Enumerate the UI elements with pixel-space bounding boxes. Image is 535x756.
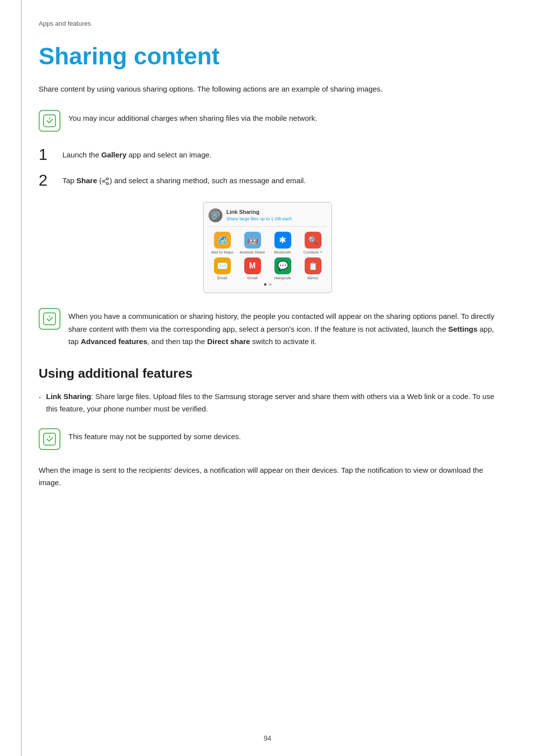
share-item-hangouts: 💬 Hangouts [269,257,296,280]
note-box-1: You may incur additional charges when sh… [39,109,496,132]
note-box-3: This feature may not be supported by som… [39,427,496,450]
bullet-text-link-sharing: Link Sharing: Share large files. Upload … [46,390,496,415]
svg-rect-6 [44,313,55,325]
subsection-title: Using additional features [39,366,496,381]
page-container: Apps and features Sharing content Share … [0,0,535,756]
dot-2 [269,283,271,286]
email-icon: ✉️ [214,257,231,274]
share-grid-row1: 🗺️ Add to Maps 🤖 Android Share ✱ Bluetoo… [209,232,326,254]
step-2: 2 Tap Share () and select a sharing meth… [39,171,496,188]
note2-bold1: Settings [448,325,478,333]
share-dialog-header: 🔗 Link Sharing Share large files up to 1… [209,208,326,227]
contacts-icon: 🔍 [305,232,321,249]
memo-label: Memo [307,276,318,280]
svg-line-4 [104,182,107,183]
share-item-maps: 🗺️ Add to Maps [209,232,236,254]
note2-bold3: Direct share [207,337,250,346]
link-sharing-bold: Link Sharing [46,392,91,401]
intro-text: Share content by using various sharing o… [39,83,496,96]
share-dialog-header-text: Link Sharing Share large files up to 1 G… [226,208,292,222]
contacts-label: Contacts + [303,250,322,254]
android-label: Android Share [240,250,265,254]
gmail-label: Gmail [247,276,258,280]
note-text-1: You may incur additional charges when sh… [68,109,317,125]
note-icon-2 [39,308,60,330]
share-dialog: 🔗 Link Sharing Share large files up to 1… [203,202,332,293]
step2-bold: Share [76,176,97,185]
footer-text: When the image is sent to the recipients… [39,464,496,489]
step-number-2: 2 [39,171,54,188]
note-box-2: When you have a communication or sharing… [39,307,496,348]
note-text-2: When you have a communication or sharing… [68,307,496,348]
step1-bold: Gallery [101,151,126,159]
share-item-memo: 📋 Memo [299,257,326,280]
share-grid-row2: ✉️ Email M Gmail 💬 Hangouts 📋 Memo [209,257,326,280]
dot-1 [264,283,267,286]
share-item-bluetooth: ✱ Bluetooth [269,232,296,254]
svg-rect-0 [44,115,55,127]
maps-label: Add to Maps [211,250,233,254]
share-dialog-container: 🔗 Link Sharing Share large files up to 1… [39,202,496,293]
link-sharing-icon: 🔗 [209,208,222,222]
page-title: Sharing content [39,42,496,71]
share-item-gmail: M Gmail [239,257,266,280]
note-icon-1 [39,110,60,132]
share-item-contacts: 🔍 Contacts + [299,232,326,254]
android-icon: 🤖 [244,232,261,249]
step-number-1: 1 [39,146,54,162]
step-1: 1 Launch the Gallery app and select an i… [39,146,496,162]
email-label: Email [217,276,227,280]
svg-rect-7 [44,433,55,445]
memo-icon: 📋 [305,257,321,274]
hangouts-label: Hangouts [274,276,291,280]
breadcrumb: Apps and features [39,20,496,27]
svg-line-5 [104,179,107,181]
svg-point-2 [102,180,104,182]
steps-section: 1 Launch the Gallery app and select an i… [39,146,496,188]
share-item-android: 🤖 Android Share [239,232,266,254]
bullet-dot-1: · [39,391,41,404]
share-pagination-dots [209,283,326,286]
share-dialog-title: Link Sharing [226,208,292,216]
note2-bold2: Advanced features [81,337,147,346]
hangouts-icon: 💬 [274,257,291,274]
maps-icon: 🗺️ [214,232,231,249]
bluetooth-label: Bluetooth [274,250,291,254]
share-item-email: ✉️ Email [209,257,236,280]
step-text-2: Tap Share () and select a sharing method… [62,171,306,187]
share-dialog-subtitle: Share large files up to 1 GB each [226,216,292,222]
page-number: 94 [264,734,271,742]
note-icon-3 [39,428,60,450]
bluetooth-icon: ✱ [274,232,291,249]
note-text-3: This feature may not be supported by som… [68,427,241,443]
bullet-list: · Link Sharing: Share large files. Uploa… [39,390,496,415]
step-text-1: Launch the Gallery app and select an ima… [62,146,212,161]
gmail-icon: M [244,257,261,274]
bullet-item-link-sharing: · Link Sharing: Share large files. Uploa… [39,390,496,415]
